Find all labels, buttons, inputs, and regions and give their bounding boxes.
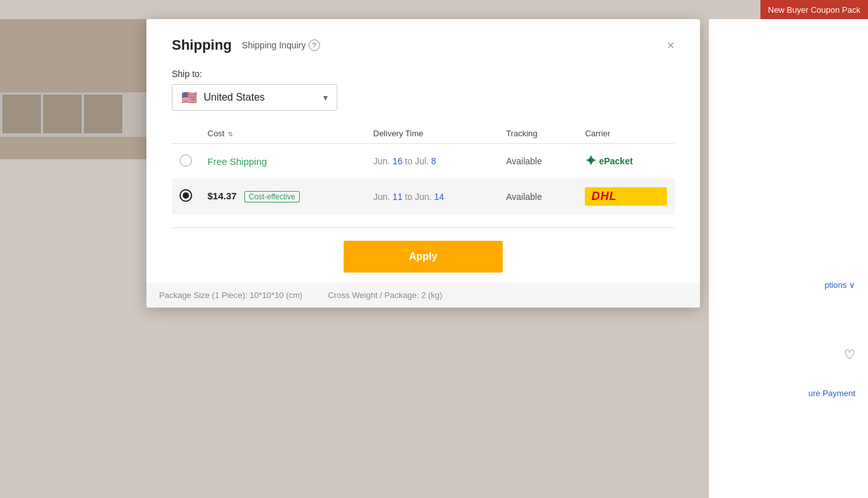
- carrier-cell-1: ✦ ePacket: [577, 144, 675, 179]
- payment-text: ure Payment: [808, 388, 855, 398]
- modal-header: Shipping Shipping Inquiry ? ×: [172, 37, 675, 53]
- heart-button[interactable]: ♡: [844, 347, 855, 362]
- th-delivery: Delivery Time: [366, 124, 499, 144]
- th-radio: [172, 124, 200, 144]
- tracking-status-2: Available: [506, 192, 542, 202]
- price-text: $14.37: [207, 190, 237, 201]
- delivery-time-2: Jun. 11 to Jun. 14: [374, 192, 444, 202]
- delivery-month-1: Jun.: [374, 156, 393, 166]
- delivery-month-2b: Jun.: [415, 192, 434, 202]
- country-select-inner: 🇺🇸 United States: [181, 90, 265, 105]
- epacket-icon: ✦: [585, 153, 596, 169]
- tracking-status-1: Available: [506, 156, 542, 166]
- thumbnail-2[interactable]: [43, 95, 81, 133]
- table-header-row: Cost ⇅ Delivery Time Tracking Carrier: [172, 124, 675, 144]
- radio-cell-2[interactable]: [172, 178, 200, 215]
- cost-label: Cost: [207, 129, 225, 138]
- delivery-cell-1: Jun. 16 to Jul. 8: [366, 144, 499, 179]
- close-button[interactable]: ×: [667, 39, 675, 52]
- free-shipping-text: Free Shipping: [207, 156, 267, 167]
- delivery-day-from-1: 16: [393, 156, 403, 166]
- cost-cell-1: Free Shipping: [200, 144, 366, 179]
- ship-to-section: Ship to: 🇺🇸 United States ▾: [172, 69, 675, 111]
- radio-cell-1[interactable]: [172, 144, 200, 179]
- shipping-modal: Shipping Shipping Inquiry ? × Ship to: 🇺…: [146, 19, 700, 308]
- right-sidebar: ptions ∨ ♡ ure Payment: [709, 19, 868, 498]
- chevron-down-icon: ▾: [323, 92, 328, 103]
- delivery-time-1: Jun. 16 to Jul. 8: [374, 156, 437, 166]
- tracking-cell-2: Available: [498, 178, 577, 215]
- top-banner: New Buyer Coupon Pack: [760, 0, 868, 19]
- question-icon: ?: [309, 39, 320, 51]
- banner-text: New Buyer Coupon Pack: [768, 5, 860, 15]
- apply-section: Apply: [172, 227, 675, 283]
- delivery-day-to-1: 8: [431, 156, 437, 166]
- dhl-logo: DHL: [585, 187, 667, 206]
- th-tracking: Tracking: [498, 124, 577, 144]
- table-row: Free Shipping Jun. 16 to Jul. 8 Availabl…: [172, 144, 675, 179]
- modal-title: Shipping: [172, 37, 232, 53]
- shipping-inquiry-link[interactable]: Shipping Inquiry ?: [242, 39, 319, 51]
- sort-icon: ⇅: [228, 131, 233, 138]
- flag-icon: 🇺🇸: [181, 90, 197, 105]
- ship-to-label: Ship to:: [172, 69, 675, 79]
- cost-effective-badge: Cost-effective: [244, 191, 300, 203]
- radio-button-1[interactable]: [179, 154, 192, 167]
- thumbnail-area: [0, 92, 146, 137]
- delivery-day-2a: 11: [393, 192, 403, 202]
- thumbnail-1[interactable]: [3, 95, 41, 133]
- table-row: $14.37 Cost-effective Jun. 11 to Jun. 14…: [172, 178, 675, 215]
- tracking-cell-1: Available: [498, 144, 577, 179]
- modal-title-group: Shipping Shipping Inquiry ?: [172, 37, 320, 53]
- shipping-inquiry-label: Shipping Inquiry: [242, 40, 305, 50]
- cross-weight-label: Cross Weight / Package: 2 (kg): [328, 290, 442, 300]
- package-footer: Package Size (1 Piece): 10*10*10 (cm) Cr…: [146, 283, 700, 308]
- options-text[interactable]: ptions ∨: [825, 280, 855, 290]
- country-selector[interactable]: 🇺🇸 United States ▾: [172, 84, 337, 111]
- delivery-day-2b: 14: [434, 192, 444, 202]
- thumbnail-3[interactable]: [84, 95, 122, 133]
- product-image-area: [0, 19, 146, 159]
- carrier-cell-2: DHL: [577, 178, 675, 215]
- th-carrier: Carrier: [577, 124, 675, 144]
- epacket-text: ePacket: [599, 156, 633, 166]
- delivery-month-to-1: Jul.: [415, 156, 431, 166]
- radio-button-2[interactable]: [179, 189, 192, 202]
- country-name: United States: [204, 92, 265, 103]
- package-size-label: Package Size (1 Piece): 10*10*10 (cm): [159, 290, 302, 300]
- cost-cell-2: $14.37 Cost-effective: [200, 178, 366, 215]
- th-cost: Cost ⇅: [200, 124, 366, 144]
- delivery-month-2a: Jun.: [374, 192, 393, 202]
- dhl-text: DHL: [591, 190, 617, 203]
- delivery-cell-2: Jun. 11 to Jun. 14: [366, 178, 499, 215]
- shipping-table: Cost ⇅ Delivery Time Tracking Carrier Fr…: [172, 124, 675, 215]
- apply-button[interactable]: Apply: [344, 241, 503, 273]
- epacket-logo: ✦ ePacket: [585, 153, 667, 169]
